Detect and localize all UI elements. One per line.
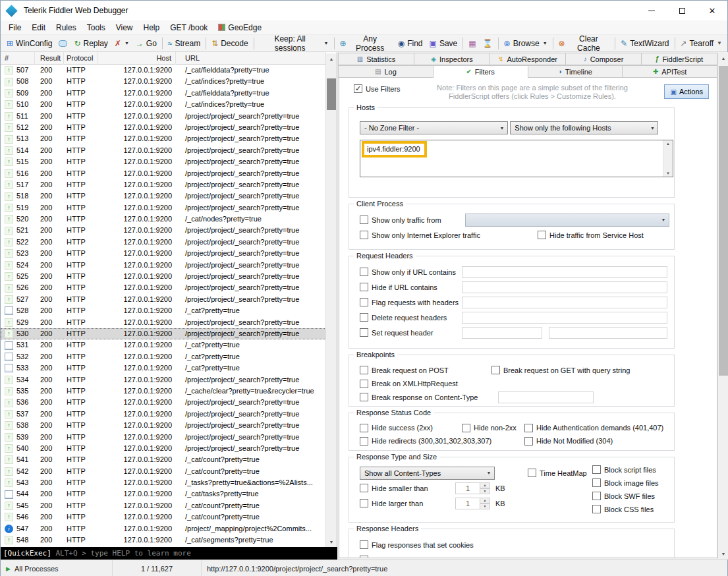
session-row-548[interactable]: ↑548200HTTP127.0.0.1:9200/_cat/segments?… (1, 534, 326, 546)
tab-fiddlerscript[interactable]: ƒ FiddlerScript (641, 53, 717, 65)
session-row-531[interactable]: 531200HTTP127.0.0.1:9200/_cat?pretty=tru… (1, 339, 326, 351)
session-row-511[interactable]: ↑511200HTTP127.0.0.1:9200/project/projec… (1, 111, 326, 122)
show-only-ie-traffic-checkbox[interactable]: Show only Internet Explorer traffic (360, 231, 538, 239)
toolbar-overflow-icon[interactable]: ▼ (717, 40, 725, 46)
session-row-518[interactable]: ↑518200HTTP127.0.0.1:9200/project/projec… (1, 190, 326, 202)
session-row-528[interactable]: 528200HTTP127.0.0.1:9200/_cat?pretty=tru… (1, 305, 326, 316)
remove-sessions-button[interactable]: ✗ ▼ (111, 36, 132, 51)
delete-request-headers-checkbox[interactable]: Delete request headers (360, 313, 462, 322)
winconfig-button[interactable]: ⊞ WinConfig (3, 36, 55, 51)
block-script-files-checkbox[interactable]: Block script files (592, 465, 659, 474)
menu-item-view[interactable]: View (111, 22, 138, 34)
session-row-527[interactable]: ↑527200HTTP127.0.0.1:9200/project/projec… (1, 294, 326, 305)
session-row-521[interactable]: ↑521200HTTP127.0.0.1:9200/project/projec… (1, 225, 326, 236)
session-row-510[interactable]: ↑510200HTTP127.0.0.1:9200/_cat/indices?p… (1, 99, 326, 110)
hide-non-2xx-checkbox[interactable]: Hide non-2xx (462, 424, 524, 432)
menu-item-get-book[interactable]: GET /book (165, 22, 213, 34)
save-button[interactable]: ▣ Save (426, 36, 461, 51)
minimize-button[interactable] (636, 1, 667, 20)
session-row-538[interactable]: ↑538200HTTP127.0.0.1:9200/project/projec… (1, 420, 326, 431)
hosts-textbox[interactable]: ipv4.fiddler:9200 ▲ ▼ (360, 140, 673, 177)
hide-success-checkbox[interactable]: Hide success (2xx) (360, 424, 462, 432)
tab-filters[interactable]: ✔ Filters (433, 65, 528, 78)
session-row-512[interactable]: ↑512200HTTP127.0.0.1:9200/project/projec… (1, 122, 326, 133)
session-row-522[interactable]: ↑522200HTTP127.0.0.1:9200/project/projec… (1, 237, 326, 248)
break-request-get-checkbox[interactable]: Break request on GET with query string (491, 366, 630, 374)
content-type-dropdown[interactable]: Show all Content-Types ▼ (360, 467, 495, 480)
show-only-url-contains-checkbox[interactable]: Show only if URL contains (360, 268, 462, 276)
decode-button[interactable]: ⇅ Decode (208, 36, 251, 51)
textwizard-button[interactable]: ✎ TextWizard (617, 36, 672, 51)
session-row-543[interactable]: ↑543200HTTP127.0.0.1:9200/_tasks?pretty=… (1, 477, 326, 488)
session-row-513[interactable]: ↑513200HTTP127.0.0.1:9200/project/projec… (1, 133, 326, 144)
tab-composer[interactable]: ♪ Composer (565, 53, 642, 65)
menu-item-tools[interactable]: Tools (82, 22, 111, 34)
break-xmlhttprequest-checkbox[interactable]: Break on XMLHttpRequest (360, 380, 458, 388)
hide-url-contains-checkbox[interactable]: Hide if URL contains (360, 283, 462, 291)
hide-larger-input[interactable] (455, 498, 480, 509)
tab-inspectors[interactable]: ◈ Inspectors (414, 53, 490, 65)
maximize-button[interactable] (667, 1, 697, 20)
replay-button[interactable]: ↻ Replay (70, 36, 111, 51)
hide-auth-demands-checkbox[interactable]: Hide Authentication demands (401,407) (524, 424, 663, 432)
session-row-534[interactable]: ↑534200HTTP127.0.0.1:9200/project/projec… (1, 374, 326, 386)
tab-statistics[interactable]: ▥ Statistics (338, 53, 414, 65)
session-list-scrollbar[interactable]: ▲ ▼ (325, 53, 337, 547)
filters-scrollbar[interactable]: ▲ ▼ (717, 53, 728, 559)
session-row-523[interactable]: ↑523200HTTP127.0.0.1:9200/project/projec… (1, 248, 326, 259)
stream-button[interactable]: ≈ Stream (165, 36, 204, 51)
spin-up-icon[interactable]: ▲ (480, 498, 490, 504)
column-header-url[interactable]: URL (176, 52, 326, 65)
scrollbar-thumb[interactable] (719, 66, 728, 376)
zone-filter-dropdown[interactable]: - No Zone Filter - ▼ (360, 121, 508, 134)
go-button[interactable]: → Go (132, 36, 160, 51)
tab-log[interactable]: ▤ Log (338, 65, 434, 78)
close-button[interactable]: ✕ (697, 1, 727, 20)
set-request-header-value-input[interactable] (549, 327, 667, 339)
session-row-508[interactable]: ↑508200HTTP127.0.0.1:9200/_cat/indices?p… (1, 76, 326, 87)
capture-mode-section[interactable]: ▶ All Processes (1, 560, 113, 576)
clear-cache-button[interactable]: ⊗ Clear Cache (555, 36, 613, 51)
hide-url-contains-input[interactable] (462, 281, 667, 293)
session-row-525[interactable]: ↑525200HTTP127.0.0.1:9200/project/projec… (1, 271, 326, 282)
break-response-content-type-checkbox[interactable]: Break response on Content-Type (360, 393, 498, 401)
menu-item-rules[interactable]: Rules (51, 22, 82, 34)
find-button[interactable]: ◉ Find (395, 36, 426, 51)
session-row-516[interactable]: ↑516200HTTP127.0.0.1:9200/project/projec… (1, 168, 326, 179)
use-filters-checkbox[interactable]: Use Filters (354, 84, 401, 93)
tab-timeline[interactable]: ◑ Timeline (528, 65, 623, 78)
session-row-519[interactable]: ↑519200HTTP127.0.0.1:9200/project/projec… (1, 202, 326, 214)
session-row-541[interactable]: ↑541200HTTP127.0.0.1:9200/_cat/count?pre… (1, 454, 326, 465)
scroll-up-icon[interactable]: ▲ (663, 142, 673, 146)
show-only-traffic-from-checkbox[interactable]: Show only traffic from (360, 216, 465, 224)
block-swf-files-checkbox[interactable]: Block SWF files (592, 492, 659, 500)
menu-item-help[interactable]: Help (138, 22, 165, 34)
session-row-546[interactable]: ↑546200HTTP127.0.0.1:9200/_cat/count?pre… (1, 511, 326, 523)
delete-request-headers-input[interactable] (462, 312, 667, 324)
spin-down-icon[interactable]: ▼ (480, 488, 490, 494)
block-image-files-checkbox[interactable]: Block image files (592, 478, 659, 487)
session-row-536[interactable]: ↑536200HTTP127.0.0.1:9200/project/projec… (1, 397, 326, 408)
session-row-547[interactable]: i547200HTTP127.0.0.1:9200/project/_mappi… (1, 523, 326, 534)
session-row-509[interactable]: ↑509200HTTP127.0.0.1:9200/_cat/fielddata… (1, 88, 326, 99)
set-request-header-name-input[interactable] (462, 327, 542, 339)
process-dropdown[interactable]: ▼ (465, 214, 669, 227)
menu-item-edit[interactable]: Edit (26, 22, 51, 34)
flag-responses-headers-checkbox[interactable]: Flag responses with headers (360, 556, 464, 558)
tab-autoresponder[interactable]: ↯ AutoResponder (490, 53, 566, 65)
host-filter-dropdown[interactable]: Show only the following Hosts ▼ (510, 121, 658, 134)
break-request-post-checkbox[interactable]: Break request on POST (360, 366, 491, 374)
session-row-532[interactable]: 532200HTTP127.0.0.1:9200/_cat?pretty=tru… (1, 351, 326, 362)
spin-up-icon[interactable]: ▲ (480, 482, 490, 488)
scroll-up-icon[interactable]: ▲ (718, 53, 728, 63)
session-row-535[interactable]: ↑535200HTTP127.0.0.1:9200/_cache/clear?p… (1, 386, 326, 397)
timer-button[interactable]: ⌛ (480, 36, 496, 51)
column-header-number[interactable]: # (1, 52, 35, 65)
flag-requests-headers-checkbox[interactable]: Flag requests with headers (360, 298, 462, 306)
menu-item-geoedge[interactable]: GeoEdge (213, 22, 267, 34)
break-response-content-type-input[interactable] (498, 391, 594, 403)
scroll-down-icon[interactable]: ▼ (663, 171, 673, 175)
session-row-530[interactable]: ↑530200HTTP127.0.0.1:9200/project/projec… (1, 328, 326, 339)
tab-apitest[interactable]: ✚ APITest (622, 65, 717, 78)
session-row-507[interactable]: ↑507200HTTP127.0.0.1:9200/_cat/fielddata… (1, 65, 326, 76)
